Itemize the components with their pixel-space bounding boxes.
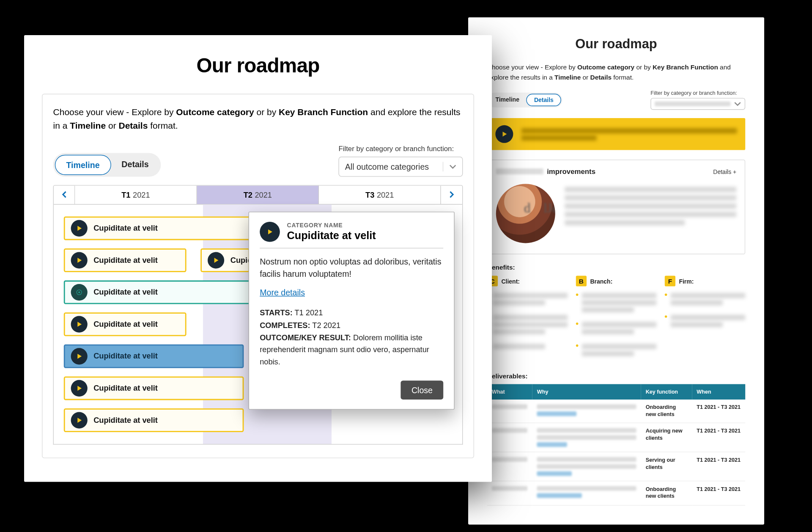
roadmap-item[interactable]: Cupiditate at velit [64,312,187,336]
improvements-card: improvements Details + [487,160,745,254]
period-t2: T22021 [197,185,319,203]
tab-details[interactable]: Details [527,94,561,106]
close-button[interactable]: Close [401,380,444,400]
chevron-down-icon [449,163,456,170]
category-icon [71,380,88,396]
table-row: Onboarding new clients T1 2021 - T3 2021 [487,481,745,505]
filter-select[interactable] [650,98,745,110]
roadmap-item[interactable]: Cupiditate at velit [64,248,187,272]
category-icon [260,222,280,242]
table-row: Acquiring new clients T1 2021 - T3 2021 [487,423,745,452]
svg-point-1 [79,291,80,292]
category-banner [487,118,745,150]
col-what: What [487,384,532,399]
redacted-paragraph [565,184,736,228]
table-row: Onboarding new clients T1 2021 - T3 2021 [487,400,745,423]
chevron-left-icon [60,191,68,198]
redacted-text [537,457,636,462]
page-title: Our roadmap [487,36,745,51]
category-icon [208,251,225,268]
filter-label: Filter by category or branch function: [650,90,745,96]
category-icon [71,284,88,300]
redacted-link[interactable] [537,442,567,447]
benefits-heading: Benefits: [487,264,745,271]
redacted-text [537,428,636,433]
redacted-text [492,404,527,409]
redacted-link[interactable] [537,471,572,476]
category-icon [71,315,88,332]
redacted-text [537,464,636,469]
popup-metadata: STARTS: T1 2021 COMPLETES: T2 2021 OUTCO… [260,307,443,369]
category-icon [71,251,88,268]
col-why: Why [532,384,641,399]
category-icon [71,347,88,364]
redacted-text [492,428,527,433]
avatar [496,184,555,243]
filter-value: All outcome categories [345,161,429,171]
col-when: When [692,384,745,399]
filter-label: Filter by category or branch function: [338,144,463,153]
more-details-link[interactable]: More details [260,286,305,298]
redacted-text [537,486,636,491]
page-title: Our roadmap [42,54,474,77]
timeline-header: T12021 T22021 T32021 [53,185,463,204]
tab-timeline[interactable]: Timeline [55,154,111,175]
details-expand-button[interactable]: Details + [713,168,736,174]
redacted-link[interactable] [537,493,582,498]
table-row: Serving our clients T1 2021 - T3 2021 [487,452,745,481]
timeline-panel: Choose your view - Explore by Outcome ca… [42,94,474,458]
popup-category-label: CATEGORY NAME [287,222,376,228]
benefits-columns: CClient: BBranch: FFirm: [487,276,745,364]
deliverables-heading: Deliverables: [487,372,745,379]
redacted-text [521,128,737,133]
category-icon [71,220,88,236]
chevron-down-icon [734,100,741,108]
intro-text: Choose your view - Explore by Outcome ca… [487,62,745,82]
tab-timeline[interactable]: Timeline [488,94,527,106]
prev-period-button[interactable] [54,185,75,203]
tab-details[interactable]: Details [111,154,159,175]
view-toggle: Timeline Details [487,92,562,107]
view-toggle: Timeline Details [53,152,161,176]
deliverables-table: What Why Key function When Onboarding ne… [487,384,745,505]
intro-text: Choose your view - Explore by Outcome ca… [53,105,463,132]
redacted-text [655,101,730,106]
roadmap-item[interactable]: Cupiditate at [201,248,250,272]
redacted-text [492,457,527,462]
redacted-text [521,135,597,140]
col-key-function: Key function [641,384,692,399]
card-title: improvements [496,167,595,176]
popup-description: Nostrum non optio voluptas ad doloribus,… [260,255,443,280]
filter-select[interactable]: All outcome categories [338,156,463,176]
details-view-card: Our roadmap Choose your view - Explore b… [468,17,764,524]
roadmap-item[interactable]: Cupiditate at velit [64,376,244,400]
chevron-right-icon [448,191,455,198]
badge-branch: B [576,276,587,286]
period-t3: T32021 [319,185,441,203]
redacted-text [537,404,636,409]
redacted-text [537,435,636,440]
category-icon [71,411,88,428]
roadmap-item-selected[interactable]: Cupiditate at velit [64,344,244,368]
timeline-view-card: Our roadmap Choose your view - Explore b… [24,35,492,482]
redacted-link[interactable] [537,411,577,416]
category-icon [495,125,513,143]
redacted-text [496,168,543,174]
period-t1: T12021 [75,185,197,203]
badge-firm: F [665,276,675,286]
redacted-text [492,486,527,491]
next-period-button[interactable] [441,185,462,203]
roadmap-item[interactable]: Cupiditate at velit [64,408,244,432]
popup-title: Cupiditate at velit [287,229,376,242]
item-detail-popup: CATEGORY NAME Cupiditate at velit Nostru… [249,212,455,410]
